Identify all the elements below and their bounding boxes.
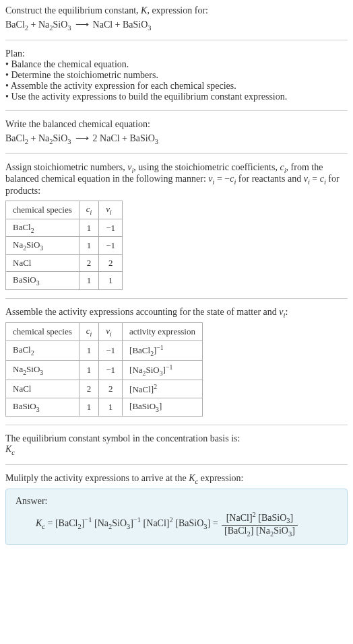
assemble-section: Assemble the activity expressions accoun… xyxy=(5,307,348,417)
assign-text: Assign stoichiometric numbers, νi, using… xyxy=(5,162,348,197)
table-row: Na2SiO3 1 −1 xyxy=(6,237,123,255)
kc-sub: c xyxy=(11,449,15,456)
eq-sub: 3 xyxy=(155,138,158,145)
table-row: BaCl2 1 −1 [BaCl2]−1 xyxy=(6,341,203,360)
eq-arrow: ⟶ xyxy=(75,133,89,143)
den-text: SiO xyxy=(274,526,288,536)
assemble-text: Assemble the activity expressions accoun… xyxy=(5,307,348,319)
cell-c: 1 xyxy=(79,271,99,289)
cell-species: NaCl xyxy=(6,254,79,271)
eq-plus: + xyxy=(28,133,38,143)
eq-arrow: ⟶ xyxy=(75,20,89,30)
cell-text: SiO xyxy=(26,364,40,374)
act-text: [BaCl xyxy=(129,345,150,355)
act-sup: −1 xyxy=(166,363,172,371)
cell-c: 1 xyxy=(79,398,99,417)
balanced-section: Write the balanced chemical equation: Ba… xyxy=(5,119,348,145)
divider xyxy=(5,464,348,465)
cell-text: BaSiO xyxy=(13,401,36,411)
divider xyxy=(5,425,348,425)
table-row: BaCl2 1 −1 xyxy=(6,219,123,237)
table-row: Na2SiO3 1 −1 [Na2SiO3]−1 xyxy=(6,360,203,380)
fraction: [NaCl]2 [BaSiO3][BaCl2] [Na2SiO3] xyxy=(222,511,298,537)
term: SiO xyxy=(112,518,127,528)
prompt-text: Construct the equilibrium constant, K, e… xyxy=(5,5,348,16)
term: ] = xyxy=(207,518,221,528)
cell-c: 1 xyxy=(79,360,99,380)
den-text: ] xyxy=(251,526,256,536)
assign-part: for reactants and xyxy=(236,174,303,184)
cell-sub: 3 xyxy=(36,279,40,287)
act-text: ] xyxy=(159,401,162,411)
cell-c: 1 xyxy=(79,341,99,360)
th-ci: ci xyxy=(79,201,99,219)
num-text: [NaCl] xyxy=(226,513,253,523)
unbalanced-equation: BaCl2 + Na2SiO3⟶NaCl + BaSiO3 xyxy=(5,19,348,32)
cell-text: BaCl xyxy=(13,345,31,355)
assign-part: Assign stoichiometric numbers, xyxy=(5,162,127,172)
symbol-kc: Kc xyxy=(5,444,348,456)
cell-c: 1 xyxy=(79,237,99,255)
cell-activity: [BaCl2]−1 xyxy=(123,341,203,360)
header-section: Construct the equilibrium constant, K, e… xyxy=(5,5,348,32)
eq-sub: 3 xyxy=(148,24,151,32)
table-row: BaSiO3 1 1 [BaSiO3] xyxy=(6,398,203,417)
term-sup: 2 xyxy=(170,517,173,524)
table-row: BaSiO3 1 1 xyxy=(6,271,123,289)
den-text: [Na xyxy=(256,526,270,536)
balanced-title: Write the balanced chemical equation: xyxy=(5,119,348,130)
th-activity: activity expression xyxy=(123,323,203,341)
plan-title: Plan: xyxy=(5,48,348,59)
cell-nu: −1 xyxy=(99,237,123,255)
eq-sign: = xyxy=(45,518,55,528)
cell-sub: 3 xyxy=(36,406,40,413)
cell-nu: −1 xyxy=(99,341,123,360)
act-sup: −1 xyxy=(156,344,163,351)
cell-activity: [BaSiO3] xyxy=(123,398,203,417)
kc-k: K xyxy=(36,518,42,528)
term: [Na xyxy=(94,518,108,528)
multiply-text: Mulitply the activity expressions to arr… xyxy=(5,473,348,485)
th-sub: i xyxy=(110,330,112,338)
cell-text: Na xyxy=(13,240,23,250)
prompt-part1: Construct the equilibrium constant, xyxy=(5,5,141,15)
term-sup: −1 xyxy=(84,517,92,524)
term: [BaCl xyxy=(55,518,77,528)
table-row: NaCl 2 2 [NaCl]2 xyxy=(6,380,203,398)
assign-part: , using the stoichiometric coefficients, xyxy=(133,162,280,172)
table-header-row: chemical species ci νi xyxy=(6,201,123,219)
cell-activity: [Na2SiO3]−1 xyxy=(123,360,203,380)
den-text: [BaCl xyxy=(224,526,247,536)
symbol-section: The equilibrium constant symbol in the c… xyxy=(5,433,348,456)
term: [NaCl] xyxy=(143,518,170,528)
fraction-numerator: [NaCl]2 [BaSiO3] xyxy=(222,511,298,525)
cell-sub: 3 xyxy=(40,244,43,252)
eq-reactant2b: SiO xyxy=(53,20,68,30)
cell-species: BaCl2 xyxy=(6,219,79,237)
eq-part: SiO xyxy=(53,133,68,143)
cell-species: Na2SiO3 xyxy=(6,360,79,380)
cell-activity: [NaCl]2 xyxy=(123,380,203,398)
cell-nu: −1 xyxy=(99,219,123,237)
eq-reactant1: BaCl xyxy=(5,20,25,30)
prompt-part2: , expression for: xyxy=(147,5,208,15)
term-sup: −1 xyxy=(133,517,141,524)
cell-nu: 1 xyxy=(99,398,123,417)
eq-products: 2 NaCl + BaSiO xyxy=(93,133,155,143)
balanced-equation: BaCl2 + Na2SiO3⟶2 NaCl + BaSiO3 xyxy=(5,133,348,145)
table-row: NaCl 2 2 xyxy=(6,254,123,271)
eq-plus: + xyxy=(28,20,38,30)
fraction-denominator: [BaCl2] [Na2SiO3] xyxy=(222,526,298,538)
th-nui: νi xyxy=(99,323,123,341)
cell-sub: 3 xyxy=(40,369,43,376)
table-header-row: chemical species ci νi activity expressi… xyxy=(6,323,203,341)
eq-products: NaCl + BaSiO xyxy=(93,20,148,30)
activity-table: chemical species ci νi activity expressi… xyxy=(5,322,203,416)
prompt-K: K xyxy=(141,5,147,15)
eq-part: Na xyxy=(38,133,49,143)
cell-text: BaCl xyxy=(13,222,31,232)
cell-nu: −1 xyxy=(99,360,123,380)
eq-part: BaCl xyxy=(5,133,25,143)
num-text: [BaSiO xyxy=(258,513,286,523)
multiply-part: Mulitply the activity expressions to arr… xyxy=(5,473,189,483)
